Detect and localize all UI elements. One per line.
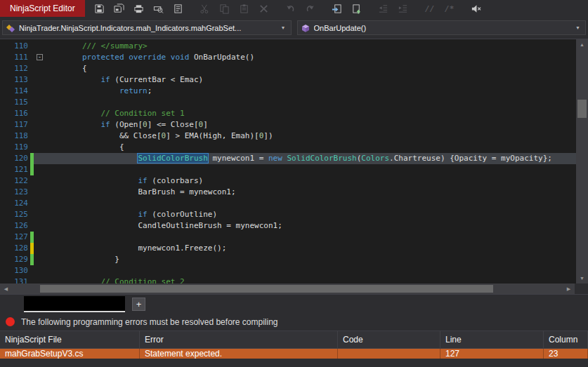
comment-icon[interactable]: // [421,1,439,16]
code-line[interactable]: 114 return; [0,86,576,97]
line-number[interactable]: 127 [0,232,28,243]
horizontal-scrollbar-track[interactable] [12,283,563,294]
fold-collapse-icon[interactable]: - [34,52,45,63]
code-line[interactable]: 122 if (colorbars) [0,175,576,187]
code-text: if (CurrentBar < Emac) [45,74,576,86]
save-all-icon[interactable] [110,1,129,16]
code-line[interactable]: 116 // Condition set 1 [0,108,576,119]
template-icon[interactable] [169,1,188,16]
horizontal-scrollbar[interactable]: ◀ ▶ [0,283,588,294]
outdent-icon[interactable] [374,1,393,16]
code-line[interactable]: 121 [0,164,576,175]
selected-word[interactable]: SolidColorBrush [138,154,207,163]
line-number[interactable]: 124 [0,198,28,209]
code-token [45,120,100,129]
code-text: && Close[0] > EMA(High, Emah)[0]) [45,131,576,142]
undo-icon[interactable] [282,1,300,16]
type-dropdown-value: NinjaTrader.NinjaScript.Indicators.mah_I… [19,24,279,32]
print-icon[interactable] [130,1,148,16]
line-number[interactable]: 117 [0,119,28,131]
column-header-column[interactable]: Column [544,331,588,348]
line-number[interactable]: 115 [0,97,28,108]
line-number[interactable]: 113 [0,74,28,86]
add-tab-button[interactable]: + [132,298,145,311]
column-header-code[interactable]: Code [338,331,440,348]
code-line[interactable]: 119 { [0,142,576,153]
compile-icon[interactable] [348,1,366,16]
code-line[interactable]: 125 if (colorOutline) [0,209,576,220]
chevron-down-icon: ▼ [279,25,288,30]
code-editor[interactable]: 110 /// </summary>111- protected overrid… [0,39,588,283]
fold-spacer [34,108,45,119]
horizontal-scrollbar-thumb[interactable] [40,285,493,293]
uncomment-icon[interactable]: /* [440,1,459,16]
member-dropdown-value: OnBarUpdate() [314,24,574,32]
code-line[interactable]: 117 if (Open[0] <= Close[0] [0,119,576,131]
line-number[interactable]: 116 [0,108,28,119]
save-icon[interactable] [91,1,109,16]
ninjascript-editor-window: NinjaScript Editor ///* NinjaTrader.Ninj… [0,0,588,367]
scroll-left-arrow-icon[interactable]: ◀ [0,283,12,294]
paste-icon[interactable] [235,1,254,16]
code-token: SolidColorBrush [287,154,356,163]
code-text [45,198,576,209]
code-text: mynewcon1.Freeze(); [45,243,576,254]
line-number[interactable]: 111 [0,52,28,63]
code-line[interactable]: 110 /// </summary> [0,41,576,52]
print-preview-icon[interactable] [150,1,168,16]
code-text: CandleOutlineBrush = mynewcon1; [45,220,576,232]
line-number[interactable]: 112 [0,63,28,74]
line-number[interactable]: 123 [0,187,28,198]
code-token [45,86,119,95]
vertical-scrollbar[interactable]: ▲ ▼ [576,39,588,283]
code-line[interactable]: 131 // Condition set 2 [0,276,576,283]
code-line[interactable]: 120 SolidColorBrush mynewcon1 = new Soli… [0,153,576,164]
column-header-error[interactable]: Error [140,331,338,348]
mute-icon[interactable] [467,1,485,16]
line-number[interactable]: 129 [0,254,28,265]
code-line[interactable]: 112 { [0,63,576,74]
code-line[interactable]: 115 [0,97,576,108]
code-line[interactable]: 124 [0,198,576,209]
code-line[interactable]: 127 [0,232,576,243]
file-tab[interactable] [24,296,125,312]
line-number[interactable]: 114 [0,86,28,97]
type-dropdown[interactable]: NinjaTrader.NinjaScript.Indicators.mah_I… [2,20,292,35]
scroll-up-arrow-icon[interactable]: ▲ [576,39,588,50]
scroll-down-arrow-icon[interactable]: ▼ [576,273,588,283]
code-line[interactable]: 123 BarBrush = mynewcon1; [0,187,576,198]
scroll-right-arrow-icon[interactable]: ▶ [563,283,575,294]
line-number[interactable]: 130 [0,265,28,276]
code-line[interactable]: 129 } [0,254,576,265]
member-dropdown[interactable]: OnBarUpdate() ▼ [297,20,587,35]
code-line[interactable]: 118 && Close[0] > EMA(High, Emah)[0]) [0,131,576,142]
line-number[interactable]: 128 [0,243,28,254]
line-number[interactable]: 119 [0,142,28,153]
line-number[interactable]: 118 [0,131,28,142]
code-line[interactable]: 126 CandleOutlineBrush = mynewcon1; [0,220,576,232]
error-row[interactable]: mahGrabSetupV3.csStatement expected.1272… [0,349,588,359]
column-header-line[interactable]: Line [440,331,544,348]
vertical-scrollbar-thumb[interactable] [577,100,587,118]
line-number[interactable]: 122 [0,175,28,187]
line-number[interactable]: 125 [0,209,28,220]
code-line[interactable]: 128 mynewcon1.Freeze(); [0,243,576,254]
goto-definition-icon[interactable] [328,1,346,16]
code-line[interactable]: 111- protected override void OnBarUpdate… [0,52,576,63]
line-number[interactable]: 120 [0,153,28,164]
code-line[interactable]: 113 if (CurrentBar < Emac) [0,74,576,86]
fold-spacer [34,164,45,175]
line-number[interactable]: 131 [0,276,28,283]
line-number[interactable]: 121 [0,164,28,175]
code-line[interactable]: 130 [0,265,576,276]
error-banner-text: The following programming errors must be… [21,317,278,327]
redo-icon[interactable] [301,1,320,16]
copy-icon[interactable] [216,1,234,16]
line-number[interactable]: 126 [0,220,28,232]
code-token: if [138,176,147,185]
delete-icon[interactable] [255,1,273,16]
cut-icon[interactable] [196,1,214,16]
line-number[interactable]: 110 [0,41,28,52]
indent-icon[interactable] [394,1,412,16]
column-header-ninjascript-file[interactable]: NinjaScript File [0,331,140,348]
